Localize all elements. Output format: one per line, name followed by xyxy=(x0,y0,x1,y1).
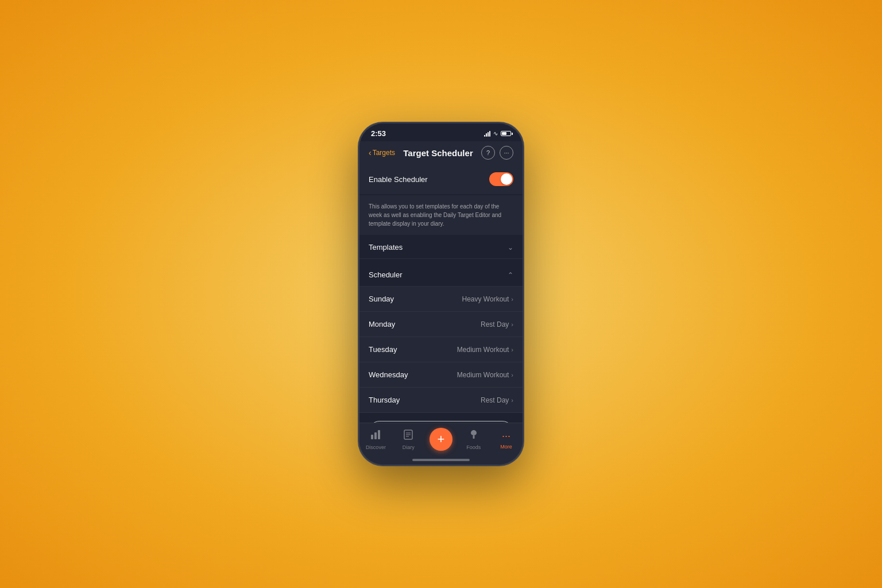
templates-chevron-icon: ⌄ xyxy=(508,243,513,252)
table-row[interactable]: Tuesday Medium Workout › xyxy=(359,337,523,362)
svg-rect-0 xyxy=(371,435,373,439)
day-chevron-icon-thursday: › xyxy=(511,397,513,404)
phone-screen: 2:53 ∿ ‹ Targets Target Scheduler xyxy=(359,123,523,465)
day-template-tuesday: Medium Workout › xyxy=(457,346,513,354)
enable-scheduler-label: Enable Scheduler xyxy=(369,175,428,184)
diary-icon xyxy=(404,430,413,443)
bottom-nav: Discover Diary + xyxy=(359,423,523,459)
day-name-monday: Monday xyxy=(369,320,395,328)
nav-item-foods[interactable]: Foods xyxy=(461,430,486,450)
day-chevron-icon-tuesday: › xyxy=(511,346,513,353)
day-template-value-sunday: Heavy Workout xyxy=(462,295,509,303)
enable-scheduler-row[interactable]: Enable Scheduler xyxy=(359,164,523,194)
discover-icon xyxy=(370,430,381,443)
table-row[interactable]: Sunday Heavy Workout › xyxy=(359,287,523,312)
back-button[interactable]: ‹ Targets xyxy=(369,148,395,157)
battery-icon xyxy=(501,131,511,136)
templates-label: Templates xyxy=(369,243,403,252)
day-name-sunday: Sunday xyxy=(369,295,394,303)
home-bar xyxy=(412,459,470,461)
svg-rect-1 xyxy=(374,432,377,439)
status-icons: ∿ xyxy=(484,130,511,137)
home-indicator xyxy=(359,459,523,465)
description-text: This allows you to set templates for eac… xyxy=(369,202,513,228)
day-template-value-tuesday: Medium Workout xyxy=(457,346,509,354)
day-template-wednesday: Medium Workout › xyxy=(457,371,513,379)
svg-rect-7 xyxy=(473,435,474,439)
table-row[interactable]: Monday Rest Day › xyxy=(359,312,523,337)
new-template-section: NEW TARGET TEMPLATE xyxy=(359,413,523,423)
scheduler-section-header[interactable]: Scheduler ⌃ xyxy=(359,264,523,287)
scheduler-label: Scheduler xyxy=(369,270,403,279)
description-box: This allows you to set templates for eac… xyxy=(359,195,523,235)
day-template-value-thursday: Rest Day xyxy=(481,396,509,404)
battery-fill xyxy=(502,132,506,135)
templates-section-header[interactable]: Templates ⌄ xyxy=(359,236,523,259)
day-chevron-icon-monday: › xyxy=(511,321,513,328)
help-button[interactable]: ? xyxy=(481,146,495,160)
back-chevron-icon: ‹ xyxy=(369,148,372,157)
day-rows-container: Sunday Heavy Workout › Monday Rest Day › xyxy=(359,287,523,413)
more-icon: ··· xyxy=(502,430,510,442)
day-name-wednesday: Wednesday xyxy=(369,370,408,379)
nav-item-diary[interactable]: Diary xyxy=(396,430,421,450)
back-label: Targets xyxy=(373,149,395,157)
day-template-monday: Rest Day › xyxy=(481,320,513,328)
toggle-knob xyxy=(501,173,512,185)
day-name-tuesday: Tuesday xyxy=(369,345,397,354)
nav-item-more[interactable]: ··· More xyxy=(494,430,519,450)
scheduler-chevron-icon: ⌃ xyxy=(508,271,513,279)
add-button[interactable]: + xyxy=(430,428,452,451)
signal-icon xyxy=(484,131,490,137)
day-template-sunday: Heavy Workout › xyxy=(462,295,513,303)
nav-item-discover[interactable]: Discover xyxy=(363,430,388,450)
day-template-value-wednesday: Medium Workout xyxy=(457,371,509,379)
foods-label: Foods xyxy=(466,444,481,450)
table-row[interactable]: Wednesday Medium Workout › xyxy=(359,362,523,388)
more-options-button[interactable]: ··· xyxy=(500,146,513,160)
page-title: Target Scheduler xyxy=(395,148,481,158)
wifi-icon: ∿ xyxy=(493,130,498,137)
scroll-content: Enable Scheduler This allows you to set … xyxy=(359,164,523,423)
more-label: More xyxy=(500,444,512,450)
status-bar: 2:53 ∿ xyxy=(359,123,523,141)
diary-label: Diary xyxy=(403,444,415,450)
spacer xyxy=(359,259,523,264)
day-name-thursday: Thursday xyxy=(369,396,400,404)
nav-actions: ? ··· xyxy=(481,146,513,160)
day-chevron-icon-sunday: › xyxy=(511,296,513,303)
table-row[interactable]: Thursday Rest Day › xyxy=(359,388,523,413)
day-chevron-icon-wednesday: › xyxy=(511,372,513,378)
foods-icon xyxy=(469,430,478,443)
status-time: 2:53 xyxy=(371,129,386,138)
svg-rect-2 xyxy=(378,430,380,439)
discover-label: Discover xyxy=(366,444,386,450)
nav-item-add[interactable]: + xyxy=(428,428,454,452)
day-template-value-monday: Rest Day xyxy=(481,320,509,328)
day-template-thursday: Rest Day › xyxy=(481,396,513,404)
nav-bar: ‹ Targets Target Scheduler ? ··· xyxy=(359,141,523,164)
phone-frame: 2:53 ∿ ‹ Targets Target Scheduler xyxy=(358,122,524,466)
enable-scheduler-toggle[interactable] xyxy=(489,172,513,186)
